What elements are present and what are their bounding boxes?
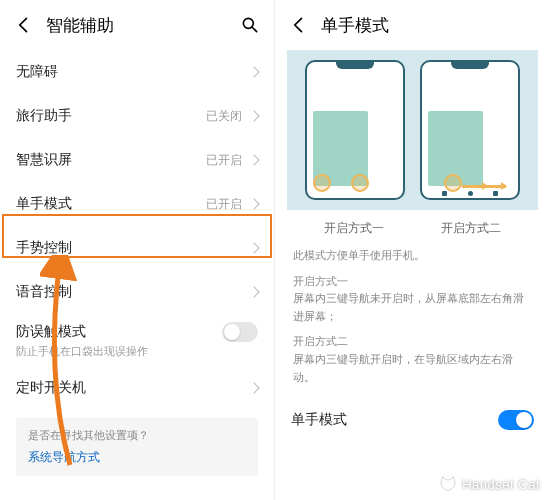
chevron-right-icon (248, 198, 259, 209)
watermark: Handset Cat (438, 474, 540, 494)
row-label: 旅行助手 (16, 107, 206, 125)
row-label: 单手模式 (16, 195, 206, 213)
row-label: 手势控制 (16, 239, 242, 257)
back-icon[interactable] (289, 15, 309, 35)
chevron-right-icon (248, 154, 259, 165)
phone-diagram-1 (305, 60, 405, 200)
desc1-head: 开启方式一 (293, 273, 532, 291)
row-travel[interactable]: 旅行助手 已关闭 (0, 94, 274, 138)
hint-question: 是否在寻找其他设置项？ (28, 428, 246, 443)
row-label: 防误触模式 (16, 323, 222, 341)
row-status: 已关闭 (206, 108, 242, 125)
page-title: 智能辅助 (46, 14, 114, 37)
chevron-right-icon (248, 66, 259, 77)
cat-icon (438, 474, 458, 494)
row-status: 已开启 (206, 152, 242, 169)
watermark-text: Handset Cat (462, 477, 540, 492)
chevron-right-icon (248, 110, 259, 121)
chevron-right-icon (248, 286, 259, 297)
svg-point-0 (243, 18, 253, 28)
row-timer[interactable]: 定时开关机 (0, 366, 274, 410)
row-label: 无障碍 (16, 63, 242, 81)
toggle-mistouch[interactable] (222, 322, 258, 342)
caption-method-2: 开启方式二 (441, 220, 501, 237)
illustration (287, 50, 538, 210)
desc2-head: 开启方式二 (293, 333, 532, 351)
row-one-hand[interactable]: 单手模式 已开启 (0, 182, 274, 226)
chevron-right-icon (248, 242, 259, 253)
page-title: 单手模式 (321, 14, 389, 37)
row-label: 单手模式 (291, 411, 498, 429)
row-toggle-one-hand[interactable]: 单手模式 (275, 398, 550, 442)
desc2-body: 屏幕内三键导航开启时，在导航区域内左右滑动。 (293, 351, 532, 386)
row-voice[interactable]: 语音控制 (0, 270, 274, 314)
search-icon[interactable] (240, 15, 260, 35)
row-gesture[interactable]: 手势控制 (0, 226, 274, 270)
row-label: 语音控制 (16, 283, 242, 301)
row-sublabel: 防止手机在口袋出现误操作 (16, 344, 148, 359)
desc-intro: 此模式方便单手使用手机。 (275, 243, 550, 269)
desc1-body: 屏幕内三键导航未开启时，从屏幕底部左右角滑进屏幕； (293, 290, 532, 325)
toggle-one-hand[interactable] (498, 410, 534, 430)
row-status: 已开启 (206, 196, 242, 213)
chevron-right-icon (248, 382, 259, 393)
hint-link[interactable]: 系统导航方式 (28, 449, 246, 466)
caption-method-1: 开启方式一 (324, 220, 384, 237)
hint-box: 是否在寻找其他设置项？ 系统导航方式 (16, 418, 258, 476)
back-icon[interactable] (14, 15, 34, 35)
row-label: 智慧识屏 (16, 151, 206, 169)
svg-line-1 (253, 28, 257, 32)
row-mistouch[interactable]: 防误触模式 防止手机在口袋出现误操作 (0, 314, 274, 366)
row-label: 定时开关机 (16, 379, 242, 397)
row-accessibility[interactable]: 无障碍 (0, 50, 274, 94)
phone-diagram-2 (420, 60, 520, 200)
row-smart-screen[interactable]: 智慧识屏 已开启 (0, 138, 274, 182)
